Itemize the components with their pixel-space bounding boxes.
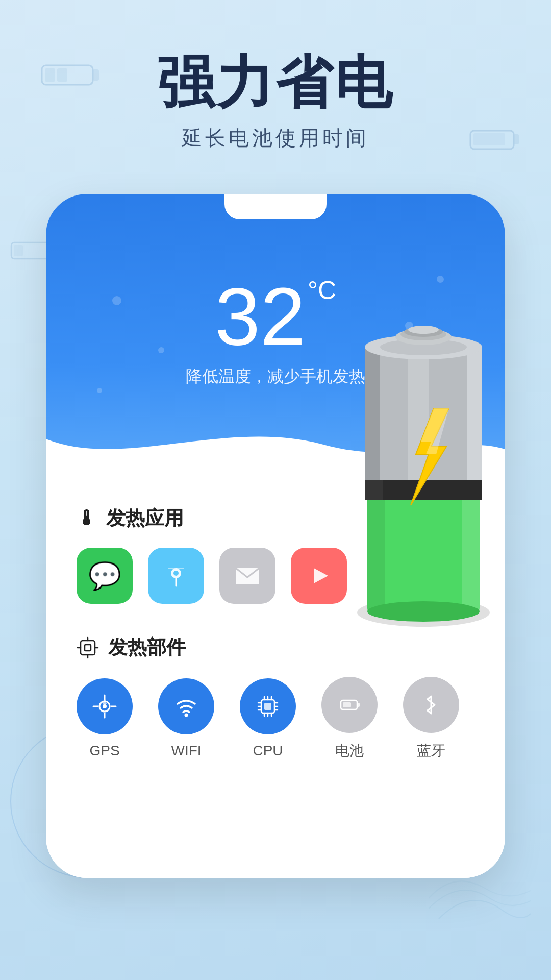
phone-notch: [224, 194, 327, 219]
bluetooth-icon: [417, 691, 445, 719]
sub-title: 延长电池使用时间: [0, 124, 551, 152]
gps-circle: [77, 678, 133, 734]
component-cpu: CPU: [240, 678, 296, 759]
svg-point-64: [367, 601, 480, 622]
gps-label: GPS: [89, 743, 119, 759]
phone-mockup: 32 °C 降低温度，减少手机发热 🌡 发热应用 💬: [46, 194, 505, 878]
wifi-label: WIFI: [171, 743, 201, 759]
wifi-icon: [172, 693, 200, 720]
svg-rect-14: [85, 645, 91, 651]
battery-svg: [327, 296, 505, 643]
hot-components-row: GPS WIFI: [77, 677, 474, 761]
app-icon-messages: 💬: [77, 548, 133, 604]
battery-circle: [321, 677, 378, 733]
component-bluetooth: 蓝牙: [403, 677, 459, 761]
app-icon-maps: [148, 548, 204, 604]
svg-rect-15: [81, 641, 95, 655]
app-icon-mail: [219, 548, 276, 604]
temperature-value: 32: [215, 276, 306, 357]
gear-icon: [77, 636, 99, 659]
thermometer-icon: 🌡: [77, 507, 97, 530]
svg-point-61: [408, 326, 439, 334]
component-wifi: WIFI: [158, 678, 214, 759]
mail-icon: [232, 560, 263, 592]
component-battery: 电池: [321, 677, 378, 761]
cpu-icon: [254, 693, 282, 720]
cpu-circle: [240, 678, 296, 734]
svg-rect-43: [357, 703, 360, 707]
svg-point-27: [185, 714, 188, 717]
svg-rect-48: [367, 490, 385, 612]
gps-icon: [91, 693, 118, 720]
wifi-circle: [158, 678, 214, 734]
svg-rect-44: [343, 702, 351, 707]
svg-point-11: [173, 571, 179, 576]
cpu-label: CPU: [253, 743, 283, 759]
svg-marker-13: [314, 568, 328, 583]
svg-rect-29: [264, 703, 271, 710]
hot-apps-label: 发热应用: [106, 505, 184, 531]
component-gps: GPS: [77, 678, 133, 759]
svg-rect-54: [467, 347, 482, 480]
battery-component-icon: [336, 691, 363, 719]
hot-components-label: 发热部件: [108, 634, 186, 660]
battery-label: 电池: [335, 741, 364, 761]
battery-3d-illustration: [327, 296, 505, 643]
bluetooth-circle: [403, 677, 459, 733]
bluetooth-label: 蓝牙: [417, 741, 445, 761]
title-area: 强力省电 延长电池使用时间: [0, 51, 551, 152]
svg-rect-9: [14, 245, 23, 256]
main-title: 强力省电: [0, 51, 551, 114]
svg-rect-55: [408, 347, 429, 480]
maps-icon: [161, 560, 191, 591]
bubble-4: [97, 388, 102, 393]
svg-rect-49: [462, 490, 480, 612]
svg-rect-53: [365, 347, 380, 480]
